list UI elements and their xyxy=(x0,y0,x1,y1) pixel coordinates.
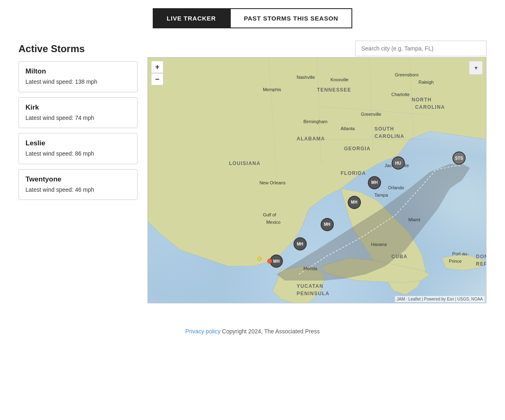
storm-marker-sts1[interactable]: STS xyxy=(452,151,466,165)
storm-name: Kirk xyxy=(25,103,131,112)
sidebar: Active Storms Milton Latest wind speed: … xyxy=(18,41,138,303)
live-tracker-tab[interactable]: LIVE TRACKER xyxy=(153,8,230,28)
storm-wind: Latest wind speed: 46 mph xyxy=(25,186,131,194)
storm-name: Milton xyxy=(25,67,131,76)
zoom-controls: + − xyxy=(151,61,163,85)
storm-marker-mh3[interactable]: MH xyxy=(321,218,334,231)
map-attribution: JAM · Leaflet | Powered by Esri | USGS, … xyxy=(395,296,484,302)
storm-card-leslie[interactable]: Leslie Latest wind speed: 86 mph xyxy=(18,133,138,164)
storm-card-twentyone[interactable]: Twentyone Latest wind speed: 46 mph xyxy=(18,169,138,200)
copyright-text: Copyright 2024, The Associated Press xyxy=(222,328,320,335)
storm-cards: Milton Latest wind speed: 138 mph Kirk L… xyxy=(18,61,138,200)
svg-marker-4 xyxy=(442,254,486,270)
storm-marker-mh2[interactable]: MH xyxy=(294,237,307,250)
storm-marker-mh5[interactable]: MH xyxy=(368,176,381,189)
map-area: NashvilleKnoxvilleGreensboroRaleighCharl… xyxy=(147,57,487,303)
storm-card-kirk[interactable]: Kirk Latest wind speed: 74 mph xyxy=(18,97,138,129)
storm-marker-hu1[interactable]: HU xyxy=(392,156,405,170)
map-container: NashvilleKnoxvilleGreensboroRaleighCharl… xyxy=(147,41,487,303)
map-svg xyxy=(148,57,486,303)
storm-name: Leslie xyxy=(25,139,131,147)
storm-wind: Latest wind speed: 74 mph xyxy=(25,114,131,122)
search-input[interactable] xyxy=(355,41,487,56)
privacy-policy-link[interactable]: Privacy policy xyxy=(185,328,220,335)
zoom-out-button[interactable]: − xyxy=(151,73,163,85)
track-dot-orange xyxy=(267,259,272,264)
sidebar-title: Active Storms xyxy=(18,43,138,55)
map-dropdown-button[interactable]: ▾ xyxy=(469,61,483,75)
storm-marker-mh4[interactable]: MH xyxy=(348,196,361,209)
track-dot-yellow xyxy=(257,257,262,261)
svg-marker-0 xyxy=(148,57,486,266)
search-bar xyxy=(355,41,487,56)
storm-wind: Latest wind speed: 138 mph xyxy=(25,78,131,86)
main-content: Active Storms Milton Latest wind speed: … xyxy=(10,41,495,320)
zoom-in-button[interactable]: + xyxy=(151,61,163,73)
past-storms-tab[interactable]: PAST STORMS THIS SEASON xyxy=(230,8,352,28)
storm-wind: Latest wind speed: 86 mph xyxy=(25,150,131,158)
storm-name: Twentyone xyxy=(25,175,131,184)
storm-card-milton[interactable]: Milton Latest wind speed: 138 mph xyxy=(18,61,138,92)
footer: Privacy policy Copyright 2024, The Assoc… xyxy=(0,320,505,347)
top-navigation: LIVE TRACKER PAST STORMS THIS SEASON xyxy=(0,0,505,41)
